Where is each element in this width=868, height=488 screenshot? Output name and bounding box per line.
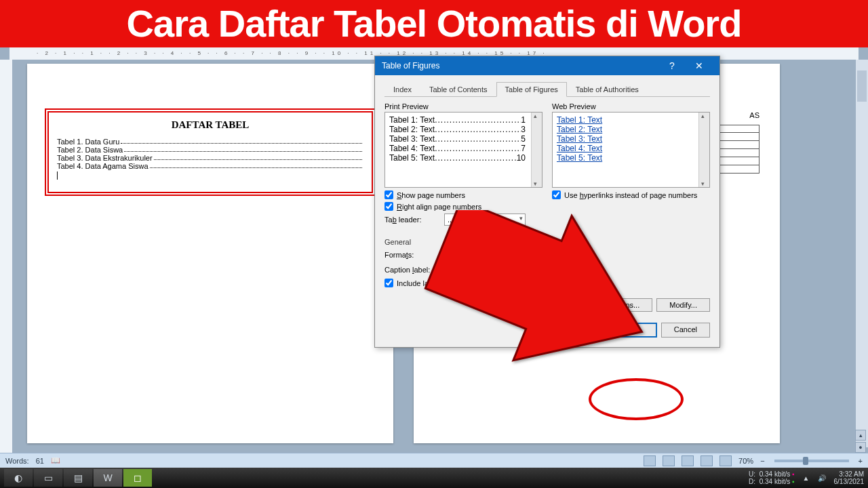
taskbar-camtasia-icon[interactable]: ◻ xyxy=(123,469,152,487)
vertical-ruler xyxy=(0,60,12,468)
taskbar-explorer-icon[interactable]: ▭ xyxy=(34,469,62,487)
options-button[interactable]: Options... xyxy=(595,298,652,312)
taskbar-word-icon[interactable]: W xyxy=(94,469,122,487)
daftar-tabel-box: DAFTAR TABEL Tabel 1. Data Guru Tabel 2.… xyxy=(47,111,373,193)
tab-leader-label: Tab leader: xyxy=(384,216,439,224)
web-preview-link[interactable]: Tabel 5: Text xyxy=(557,153,705,163)
dialog-titlebar[interactable]: Table of Figures ? ✕ xyxy=(375,56,719,75)
network-meter: U: 0.34 kbit/s ▪ D: 0.34 kbit/s ▪ xyxy=(749,470,794,485)
tab-table-of-authorities[interactable]: Table of Authorities xyxy=(567,82,648,96)
web-preview-link[interactable]: Tabel 4: Text xyxy=(557,144,705,153)
tab-table-of-contents[interactable]: Table of Contents xyxy=(420,82,496,96)
table-of-figures-dialog: Table of Figures ? ✕ Index Table of Cont… xyxy=(374,56,720,348)
zoom-percent[interactable]: 70% xyxy=(738,457,753,465)
tab-leader-select[interactable]: ....... xyxy=(444,214,526,226)
windows-taskbar: ◐ ▭ ▤ W ◻ U: 0.34 kbit/s ▪ D: 0.34 kbit/… xyxy=(0,468,868,488)
prev-page-icon[interactable]: ▴ xyxy=(855,430,866,441)
zoom-out-button[interactable]: − xyxy=(760,457,764,465)
view-draft-icon[interactable] xyxy=(719,455,732,466)
dialog-tabs: Index Table of Contents Table of Figures… xyxy=(384,82,710,97)
formats-label: Formats: xyxy=(384,251,439,259)
title-banner: Cara Daftar Tabel Otomatis di Word xyxy=(0,0,868,47)
web-preview-link[interactable]: Tabel 1: Text xyxy=(557,115,705,125)
use-hyperlinks-checkbox[interactable]: Use hyperlinks instead of page numbers xyxy=(552,190,710,199)
daftar-tabel-heading: DAFTAR TABEL xyxy=(57,119,363,131)
status-words-label: Words: xyxy=(5,457,29,465)
word-status-bar: Words: 61 📖 70% − + xyxy=(0,453,868,468)
view-print-layout-icon[interactable] xyxy=(644,455,656,466)
right-align-checkbox[interactable]: Right align page numbers xyxy=(384,202,542,211)
proofing-icon[interactable]: 📖 xyxy=(51,456,60,465)
preview-scrollbar[interactable] xyxy=(531,113,542,187)
status-words-count[interactable]: 61 xyxy=(36,457,44,465)
browse-object-icon[interactable]: ● xyxy=(855,442,866,453)
web-preview-link[interactable]: Tabel 3: Text xyxy=(557,134,705,144)
zoom-slider[interactable] xyxy=(774,460,849,462)
tray-clock[interactable]: 3:32 AM 6/13/2021 xyxy=(834,470,865,485)
toc-row: Tabel 2. Data Siswa xyxy=(57,146,363,154)
help-button[interactable]: ? xyxy=(658,60,686,71)
web-preview-link[interactable]: Tabel 2: Text xyxy=(557,125,705,134)
print-preview-box: Tabel 1: Text...........................… xyxy=(384,112,542,188)
vertical-scrollbar[interactable] xyxy=(856,60,868,447)
close-button[interactable]: ✕ xyxy=(686,60,713,71)
page2-header-text: AS xyxy=(749,111,760,119)
tray-volume-icon[interactable]: 🔊 xyxy=(818,474,826,482)
document-page-1[interactable]: DAFTAR TABEL Tabel 1. Data Guru Tabel 2.… xyxy=(27,64,393,443)
print-preview-label: Print Preview xyxy=(384,102,542,110)
web-preview-label: Web Preview xyxy=(552,102,710,110)
general-group-label: General xyxy=(384,238,710,246)
taskbar-chrome-icon[interactable]: ◐ xyxy=(4,469,33,487)
view-web-layout-icon[interactable] xyxy=(682,455,694,466)
zoom-in-button[interactable]: + xyxy=(859,457,863,465)
ok-button[interactable]: OK xyxy=(610,323,657,338)
tab-index[interactable]: Index xyxy=(384,82,420,96)
toc-row: Tabel 3. Data Ekstrakurikuler xyxy=(57,154,363,162)
tray-up-icon[interactable]: ▲ xyxy=(803,474,810,482)
cancel-button[interactable]: Cancel xyxy=(661,323,710,338)
view-fullscreen-icon[interactable] xyxy=(663,455,675,466)
view-outline-icon[interactable] xyxy=(701,455,713,466)
dialog-title-text: Table of Figures xyxy=(382,61,658,70)
show-page-numbers-checkbox[interactable]: Show page numbers xyxy=(384,190,542,199)
caption-label-label: Caption label: xyxy=(384,266,439,274)
toc-row: Tabel 4. Data Agama Siswa xyxy=(57,162,363,170)
formats-select[interactable]: From tem xyxy=(444,249,526,261)
include-label-checkbox[interactable]: Include label and number xyxy=(384,279,710,287)
text-cursor xyxy=(57,171,58,180)
taskbar-app-icon[interactable]: ▤ xyxy=(64,469,92,487)
page2-table-stub xyxy=(719,125,760,174)
web-preview-box: Tabel 1: Text Tabel 2: Text Tabel 3: Tex… xyxy=(552,112,710,188)
caption-label-select[interactable]: Tabel xyxy=(444,264,526,276)
tab-table-of-figures[interactable]: Table of Figures xyxy=(496,82,567,97)
modify-button[interactable]: Modify... xyxy=(656,298,710,312)
preview-scrollbar[interactable] xyxy=(698,113,709,187)
toc-row: Tabel 1. Data Guru xyxy=(57,138,363,146)
